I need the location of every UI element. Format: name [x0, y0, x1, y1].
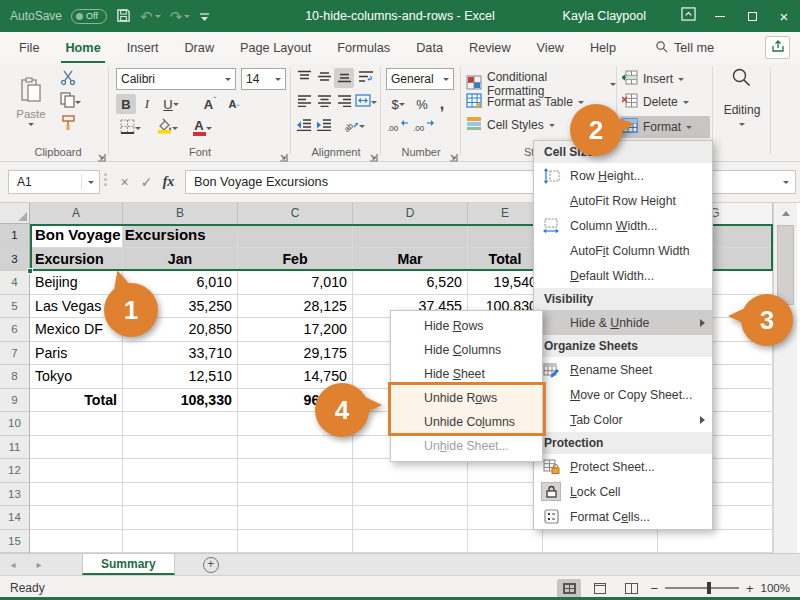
menu-item-lock-cell[interactable]: Lock Cell: [534, 479, 712, 504]
menu-item-hide-sheet[interactable]: Hide Sheet: [391, 362, 542, 386]
cell-E12[interactable]: [468, 459, 543, 483]
column-header-d[interactable]: D: [353, 203, 468, 224]
name-box[interactable]: A1: [8, 170, 100, 194]
enter-button[interactable]: ✓: [136, 170, 157, 194]
row-header-13[interactable]: 13: [0, 483, 30, 507]
align-right-button[interactable]: [334, 92, 354, 112]
copy-button[interactable]: [56, 92, 84, 112]
orientation-button[interactable]: ab: [340, 116, 368, 136]
save-button[interactable]: [116, 8, 131, 25]
alignment-dialog-launcher[interactable]: [368, 148, 378, 158]
cell-B10[interactable]: [123, 412, 238, 436]
cell-C3[interactable]: Feb: [238, 248, 353, 272]
menu-item-hide-columns[interactable]: Hide Columns: [391, 338, 542, 362]
cell-A12[interactable]: [30, 459, 123, 483]
delete-cells-button[interactable]: Delete: [622, 93, 689, 111]
zoom-in-button[interactable]: +: [746, 581, 754, 596]
cell-B15[interactable]: [123, 530, 238, 554]
zoom-slider[interactable]: [665, 587, 739, 589]
cell-C4[interactable]: 7,010: [238, 271, 353, 295]
tab-file[interactable]: File: [6, 32, 52, 63]
minimize-button[interactable]: [704, 0, 736, 32]
new-sheet-button[interactable]: +: [203, 557, 219, 573]
tab-help[interactable]: Help: [577, 32, 629, 63]
bold-button[interactable]: B: [116, 94, 136, 114]
comma-style-button[interactable]: ,: [432, 94, 452, 114]
cell-B11[interactable]: [123, 436, 238, 460]
tab-formulas[interactable]: Formulas: [324, 32, 403, 63]
column-header-a[interactable]: A: [30, 203, 123, 224]
tab-home[interactable]: Home: [52, 32, 113, 63]
row-header-10[interactable]: 10: [0, 412, 30, 436]
cell-A8[interactable]: Tokyo: [30, 365, 123, 389]
cell-E1[interactable]: [468, 224, 543, 248]
menu-item-unhide-rows[interactable]: Unhide Rows: [391, 386, 542, 410]
cell-D14[interactable]: [353, 506, 468, 530]
tab-page-layout[interactable]: Page Layout: [227, 32, 324, 63]
page-break-view-button[interactable]: [619, 579, 643, 598]
font-dialog-launcher[interactable]: [278, 148, 288, 158]
cell-E14[interactable]: [468, 506, 543, 530]
tell-me-box[interactable]: Tell me: [655, 32, 714, 63]
next-sheet-button[interactable]: ▸: [26, 554, 52, 575]
sheet-tab-summary[interactable]: Summary: [82, 554, 175, 575]
select-all-button[interactable]: [0, 203, 30, 224]
cell-D12[interactable]: [353, 459, 468, 483]
cell-F15[interactable]: [543, 530, 658, 554]
cell-A15[interactable]: [30, 530, 123, 554]
cell-G15[interactable]: [658, 530, 773, 554]
share-button[interactable]: [765, 36, 790, 59]
cell-D13[interactable]: [353, 483, 468, 507]
row-header-3[interactable]: 3: [0, 248, 30, 272]
cell-E4[interactable]: 19,540: [468, 271, 543, 295]
cell-A7[interactable]: Paris: [30, 342, 123, 366]
menu-item-column-width[interactable]: Column Width...: [534, 213, 712, 238]
cell-D15[interactable]: [353, 530, 468, 554]
cell-A10[interactable]: [30, 412, 123, 436]
close-button[interactable]: ×: [768, 0, 800, 32]
zoom-level[interactable]: 100%: [761, 582, 790, 594]
format-as-table-button[interactable]: Format as Table: [466, 93, 584, 111]
customize-qat-button[interactable]: [199, 9, 210, 24]
insert-cells-button[interactable]: Insert: [622, 70, 684, 88]
menu-item-hide-unhide[interactable]: Hide & Unhide: [534, 310, 712, 335]
align-middle-button[interactable]: [314, 68, 334, 88]
scroll-up-button[interactable]: [774, 203, 797, 223]
cell-B9[interactable]: 108,330: [123, 389, 238, 413]
menu-item-hide-rows[interactable]: Hide Rows: [391, 314, 542, 338]
font-name-combo[interactable]: Calibri: [116, 68, 236, 90]
cell-C14[interactable]: [238, 506, 353, 530]
cell-A14[interactable]: [30, 506, 123, 530]
percent-style-button[interactable]: %: [412, 94, 432, 114]
cell-B7[interactable]: 33,710: [123, 342, 238, 366]
editing-button[interactable]: [731, 69, 751, 89]
page-layout-view-button[interactable]: [588, 579, 612, 598]
cell-B8[interactable]: 12,510: [123, 365, 238, 389]
underline-button[interactable]: U: [157, 94, 185, 114]
previous-sheet-button[interactable]: ◂: [0, 554, 26, 575]
maximize-button[interactable]: [736, 0, 768, 32]
zoom-out-button[interactable]: −: [650, 581, 658, 596]
cell-C1[interactable]: [238, 224, 353, 248]
column-header-b[interactable]: B: [123, 203, 238, 224]
align-center-button[interactable]: [314, 92, 334, 112]
row-header-8[interactable]: 8: [0, 365, 30, 389]
row-header-11[interactable]: 11: [0, 436, 30, 460]
cell-A11[interactable]: [30, 436, 123, 460]
cell-A13[interactable]: [30, 483, 123, 507]
clipboard-dialog-launcher[interactable]: [96, 148, 106, 158]
align-top-button[interactable]: [294, 68, 314, 88]
cell-B12[interactable]: [123, 459, 238, 483]
cell-C13[interactable]: [238, 483, 353, 507]
chevron-down-icon[interactable]: [739, 123, 745, 126]
zoom-slider-thumb[interactable]: [707, 582, 711, 594]
italic-button[interactable]: I: [137, 94, 157, 114]
row-header-4[interactable]: 4: [0, 271, 30, 295]
tab-draw[interactable]: Draw: [171, 32, 227, 63]
cell-C12[interactable]: [238, 459, 353, 483]
cell-A1[interactable]: Bon Voyage Excursions: [30, 224, 123, 248]
paste-button[interactable]: Paste: [12, 68, 50, 134]
font-color-button[interactable]: A: [188, 118, 216, 138]
formula-bar-resize-handle[interactable]: [104, 173, 107, 186]
menu-item-move-or-copy-sheet[interactable]: Move or Copy Sheet...: [534, 382, 712, 407]
